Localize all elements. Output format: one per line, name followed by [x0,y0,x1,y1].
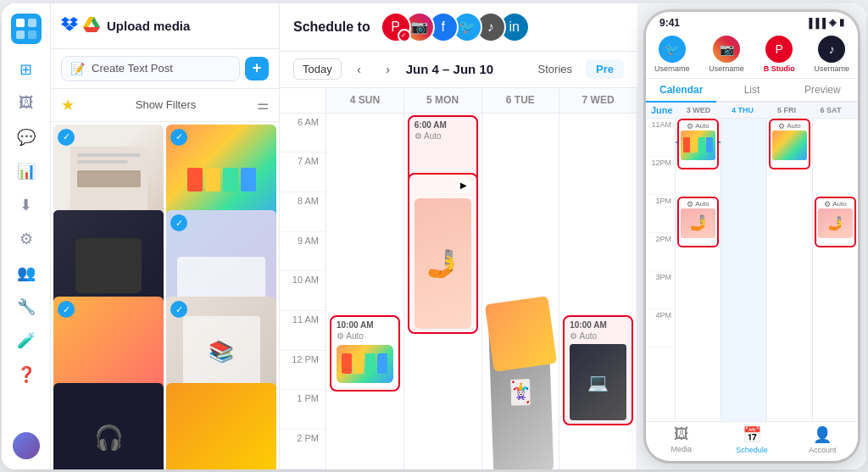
phone-tab-calendar[interactable]: Calendar [646,79,716,103]
day-body-wed: 10:00 AM ⚙ Auto 💻 [559,114,637,469]
time-slot: 1 PM [280,390,326,430]
phone-nav-account[interactable]: 👤 Account [787,425,858,454]
day-header-tue: 6 TUE [482,88,559,114]
phone-bottom-nav: 🖼 Media 📅 Schedule 👤 Account [646,421,858,461]
left-sidebar: ⊞ 🖼 💬 📊 ⬇ ⚙ 👥 🔧 🧪 ❓ [2,3,51,469]
phone-day-col-fri: ⚙ Auto [767,119,813,421]
event-label: ⚙ Auto [570,331,626,341]
linkedin-icon: in [509,19,519,35]
prev-arrow[interactable]: ‹ [348,58,370,81]
wifi-icon: ◈ [829,17,836,28]
phone-tab-list[interactable]: List [716,79,787,103]
phone-acc-avatar-instagram: 📷 [713,36,740,63]
next-arrow[interactable]: › [377,58,399,81]
phone-event-auto: ⚙ Auto [778,122,800,130]
phone-time-slot: 12PM [646,157,675,195]
svg-rect-1 [16,19,25,27]
phone-time-slot: 11AM [646,119,675,157]
phone-nav-schedule[interactable]: 📅 Schedule [716,425,787,454]
phone-account-tiktok[interactable]: ♪ Username [810,34,853,75]
phone-event-auto: ⚙ Auto [687,200,709,208]
time-slot: 7 AM [280,153,326,192]
sidebar-icon-chart[interactable]: 📊 [11,156,42,186]
phone-account-instagram[interactable]: 📷 Username [705,34,748,75]
sidebar-icon-download[interactable]: ⬇ [11,190,42,220]
phone-event-thumb [681,130,715,160]
day-col-wed: 7 WED 10:00 AM ⚙ Auto 💻 [559,88,637,469]
phone-nav-label: Schedule [736,446,768,454]
phone-accounts-row: 🐦 Username 📷 Username P B Studio ♪ Usern… [646,31,858,79]
calendar-event[interactable]: 10:00 AM ⚙ Auto 💻 [563,315,633,425]
tiktok-icon: ♪ [487,19,494,35]
phone-day-col-sat: ⚙ Auto 🤳 [813,119,858,421]
create-text-post-btn[interactable]: 📝 Create Text Post [61,56,240,81]
calendar-panel: Schedule to P ✓ 📷 f 🐦 ♪ [280,3,637,469]
day-body-mon: 6:00 AM ⚙ Auto ▶ 🤳 [404,114,481,469]
phone-calendar-body: 11AM 12PM 1PM 2PM 3PM 4PM ⚙ [646,119,858,421]
user-avatar[interactable] [13,432,40,459]
star-icon[interactable]: ★ [61,96,75,114]
phone-nav-media[interactable]: 🖼 Media [646,425,716,454]
calendar-header: Schedule to P ✓ 📷 f 🐦 ♪ [280,3,637,52]
media-thumb[interactable]: 🎧 [53,383,164,469]
sidebar-icon-grid[interactable]: ⊞ [11,54,42,85]
filter-icon[interactable]: ⚌ [257,97,269,113]
phone-day-col-thu [721,119,767,421]
media-header: Upload media [51,3,279,49]
social-account-pinterest[interactable]: P ✓ [381,12,411,42]
time-slot: 11 AM [280,311,326,351]
sidebar-icon-image[interactable]: 🖼 [11,88,42,119]
phone-calendar-event[interactable]: ⚙ Auto 🤳 [677,197,719,247]
app-container: ⊞ 🖼 💬 📊 ⬇ ⚙ 👥 🔧 🧪 ❓ [2,3,866,469]
auto-label: Auto [832,200,846,208]
phone-event-auto: ⚙ Auto [824,200,846,208]
phone-month-label: June [651,105,676,115]
sidebar-icon-flask[interactable]: 🧪 [11,325,42,356]
event-time: 10:00 AM [337,320,393,330]
sidebar-icon-users[interactable]: 👥 [11,258,42,288]
phone-day-col-header: 3 WED [676,106,721,114]
phone-calendar-event[interactable]: ⚙ Auto 🤳 [815,197,856,247]
phone-tab-preview[interactable]: Preview [787,79,858,103]
media-thumb[interactable] [166,383,276,469]
tab-stories[interactable]: Stories [528,59,582,79]
phone-frame: 9:41 ▐▐▐ ◈ ▮ 🐦 Username 📷 Username [646,12,858,461]
sidebar-icon-settings-alt[interactable]: ⚙ [11,224,42,254]
app-logo[interactable] [11,14,42,44]
phone-calendar-event[interactable]: ⚙ Auto [769,119,810,169]
show-filters-label[interactable]: Show Filters [136,98,197,111]
phone-account-twitter[interactable]: 🐦 Username [651,34,693,75]
gear-icon: ⚙ [778,122,785,130]
time-slot: 6 AM [280,114,326,153]
media-selected-check: ✓ [170,129,187,146]
svg-rect-3 [16,31,25,39]
phone-calendar-event[interactable]: ⚙ Auto [677,119,719,169]
auto-label: Auto [695,122,709,130]
phone-acc-avatar-twitter: 🐦 [659,36,686,63]
calendar-grid: 6 AM 7 AM 8 AM 9 AM 10 AM 11 AM 12 PM 1 … [280,88,637,469]
svg-rect-4 [28,31,36,39]
sidebar-icon-help[interactable]: ❓ [11,359,42,390]
time-column: 6 AM 7 AM 8 AM 9 AM 10 AM 11 AM 12 PM 1 … [280,88,326,469]
schedule-to-label: Schedule to [293,19,370,35]
time-header [280,88,326,114]
sidebar-icon-chat[interactable]: 💬 [11,122,42,153]
phone-time-column: 11AM 12PM 1PM 2PM 3PM 4PM [646,119,676,421]
calendar-event[interactable]: ▶ 🤳 [408,173,478,334]
calendar-event[interactable]: 10:00 AM ⚙ Auto [330,315,400,391]
tab-pre[interactable]: Pre [586,59,624,79]
auto-label: Auto [787,122,800,130]
day-body-sun: 10:00 AM ⚙ Auto [326,114,403,469]
play-icon[interactable]: ▶ [456,178,471,193]
media-grid: ✓ ✓ [51,122,279,469]
phone-cal-month-row: June 3 WED 4 THU 5 FRI 6 SAT [646,103,858,119]
phone-event-auto: ⚙ Auto [687,122,709,130]
add-media-button[interactable]: + [245,57,269,81]
phone-acc-label: Username [654,64,690,73]
sidebar-icon-cog[interactable]: 🔧 [11,292,42,322]
phone-event-thumb: 🤳 [818,208,853,238]
today-button[interactable]: Today [293,58,342,80]
phone-time-slot: 3PM [646,271,675,309]
phone-day-col-wed: ⚙ Auto [676,119,721,421]
phone-account-pinterest[interactable]: P B Studio [760,34,798,75]
